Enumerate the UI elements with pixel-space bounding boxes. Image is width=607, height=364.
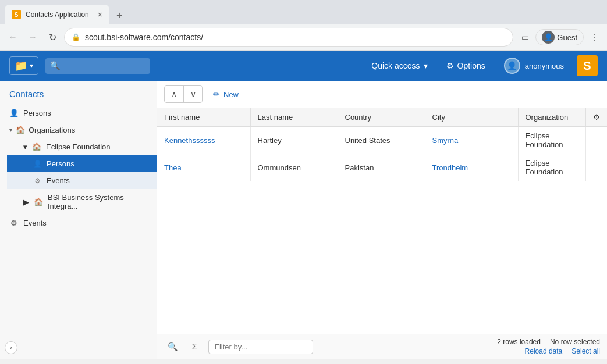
cell-country: United States — [338, 127, 425, 154]
quick-access-button[interactable]: Quick access ▾ — [365, 58, 433, 74]
menu-button[interactable]: ⋮ — [586, 29, 602, 45]
link-city[interactable]: Smyrna — [432, 136, 459, 145]
sidebar-subgroup-eclipse-children: 👤 Persons ⚙ Events — [7, 155, 157, 189]
active-tab[interactable]: S Contacts Application × — [5, 5, 109, 24]
building-icon: 🏠 — [34, 198, 43, 206]
user-button[interactable]: 👤 anonymous — [498, 55, 570, 76]
sidebar-item-label: Eclipse Foundation — [46, 142, 111, 151]
nav-down-button[interactable]: ∨ — [183, 86, 202, 102]
aggregate-button[interactable]: Σ — [186, 338, 203, 355]
quick-access-label: Quick access — [371, 61, 420, 70]
forward-button[interactable]: → — [24, 29, 41, 45]
sidebar-item-label: Events — [47, 176, 70, 185]
col-header-settings[interactable]: ⚙ — [586, 108, 608, 127]
status-row-1: 2 rows loaded No row selected — [497, 338, 600, 346]
back-button[interactable]: ← — [5, 29, 21, 45]
new-button[interactable]: ✏ New — [206, 87, 246, 101]
header-search-input[interactable] — [45, 58, 150, 74]
cell-firstname: Kennethssssss — [157, 127, 250, 154]
content-toolbar: ∧ ∨ ✏ New — [157, 81, 607, 108]
sidebar-item-events-top[interactable]: ⚙ Events — [0, 215, 157, 231]
lock-icon: 🔒 — [72, 33, 80, 41]
search-wrapper: 🔍 — [45, 58, 150, 74]
tab-close-button[interactable]: × — [98, 10, 102, 19]
table-row[interactable]: KennethssssssHartleyUnited StatesSmyrnaE… — [157, 127, 607, 154]
options-label: Options — [457, 61, 485, 70]
link-firstname[interactable]: Thea — [164, 163, 182, 172]
folder-icon: 📁 — [15, 59, 27, 72]
new-tab-button[interactable]: + — [112, 8, 127, 24]
select-all-link[interactable]: Select all — [571, 347, 600, 355]
chevron-right-icon: ▶ — [23, 198, 29, 206]
quick-access-chevron-icon: ▾ — [424, 61, 428, 70]
header-chevron-icon: ▾ — [30, 62, 33, 70]
table-row[interactable]: TheaOmmundsenPakistanTrondheimEclipse Fo… — [157, 154, 607, 181]
options-button[interactable]: ⚙ Options — [441, 58, 491, 74]
sidebar-item-eclipse-foundation[interactable]: ▾ 🏠 Eclipse Foundation — [7, 138, 157, 155]
sidebar-item-persons-top[interactable]: 👤 Persons — [0, 105, 157, 122]
profile-button[interactable]: 👤 Guest — [535, 29, 584, 45]
col-header-firstname[interactable]: First name — [157, 108, 250, 127]
cell-firstname: Thea — [157, 154, 250, 181]
browser-toolbar: ← → ↻ 🔒 scout.bsi-software.com/contacts/… — [0, 24, 607, 50]
app-container: 📁 ▾ 🔍 Quick access ▾ ⚙ Options 👤 anonymo… — [0, 51, 607, 359]
sidebar-item-label: Events — [23, 219, 47, 227]
app-header: 📁 ▾ 🔍 Quick access ▾ ⚙ Options 👤 anonymo… — [0, 51, 607, 81]
chevron-down-icon: ▾ — [9, 127, 12, 133]
cell-settings — [586, 154, 608, 181]
col-header-country[interactable]: Country — [338, 108, 425, 127]
rows-loaded-label: 2 rows loaded — [497, 338, 541, 346]
cell-organization: Eclipse Foundation — [518, 154, 586, 181]
person-icon: 👤 — [9, 109, 19, 117]
cell-city: Smyrna — [425, 127, 518, 154]
avatar: 👤 — [504, 58, 520, 74]
tab-title: Contacts Application — [26, 10, 93, 19]
status-search-button[interactable]: 🔍 — [164, 338, 180, 355]
nav-up-button[interactable]: ∧ — [165, 86, 183, 102]
link-city[interactable]: Trondheim — [432, 163, 468, 172]
app-logo: S — [577, 55, 598, 76]
person-icon: 👤 — [33, 160, 42, 168]
sidebar-item-label: BSI Business Systems Integra... — [48, 193, 147, 210]
reload-button[interactable]: ↻ — [44, 29, 61, 45]
table-wrapper: First name Last name Country City Organi… — [157, 108, 607, 334]
col-header-city[interactable]: City — [425, 108, 518, 127]
sidebar-item-label: Organizations — [29, 126, 75, 134]
status-bar-left: 🔍 Σ — [164, 338, 313, 355]
chevron-down-icon: ▾ — [23, 142, 27, 151]
sidebar-item-bsi[interactable]: ▶ 🏠 BSI Business Systems Integra... — [7, 189, 157, 215]
sidebar-collapse-button[interactable]: ‹ — [5, 341, 17, 354]
user-name-label: anonymous — [525, 62, 564, 70]
sidebar-item-eclipse-persons[interactable]: 👤 Persons — [7, 155, 157, 172]
sidebar-subgroup-bsi: ▶ 🏠 BSI Business Systems Integra... — [0, 189, 157, 215]
gear-icon: ⚙ — [33, 177, 42, 185]
sidebar-item-eclipse-events[interactable]: ⚙ Events — [7, 172, 157, 189]
sidebar-subgroup-eclipse: ▾ 🏠 Eclipse Foundation 👤 Persons ⚙ Event… — [0, 138, 157, 189]
tab-bar: S Contacts Application × + — [0, 0, 607, 24]
url-text: scout.bsi-software.com/contacts/ — [85, 33, 203, 42]
link-firstname[interactable]: Kennethssssss — [164, 136, 215, 145]
sidebar-title: Contacts — [0, 81, 157, 105]
cell-country: Pakistan — [338, 154, 425, 181]
guest-icon: 👤 — [542, 31, 555, 44]
sidebar: Contacts 👤 Persons ▾ 🏠 Organizations ▾ 🏠… — [0, 81, 157, 359]
status-bar: 🔍 Σ 2 rows loaded No row selected Reload… — [157, 334, 607, 359]
col-header-lastname[interactable]: Last name — [250, 108, 338, 127]
cell-lastname: Ommundsen — [250, 154, 338, 181]
building-icon: 🏠 — [32, 142, 41, 151]
gear-icon: ⚙ — [446, 61, 454, 70]
cast-button[interactable]: ▭ — [517, 29, 533, 45]
gear-icon: ⚙ — [9, 219, 19, 227]
search-icon: 🔍 — [50, 61, 60, 70]
reload-data-link[interactable]: Reload data — [525, 347, 563, 355]
pencil-icon: ✏ — [213, 90, 220, 99]
col-header-organization[interactable]: Organization — [518, 108, 586, 127]
new-button-label: New — [223, 90, 239, 99]
status-bar-right: 2 rows loaded No row selected Reload dat… — [497, 338, 600, 355]
address-bar[interactable]: 🔒 scout.bsi-software.com/contacts/ — [64, 28, 513, 47]
sidebar-item-label: Persons — [47, 159, 74, 168]
sidebar-item-organizations[interactable]: ▾ 🏠 Organizations — [0, 122, 157, 138]
cell-city: Trondheim — [425, 154, 518, 181]
folder-button[interactable]: 📁 ▾ — [9, 56, 38, 75]
filter-input[interactable] — [208, 340, 313, 354]
